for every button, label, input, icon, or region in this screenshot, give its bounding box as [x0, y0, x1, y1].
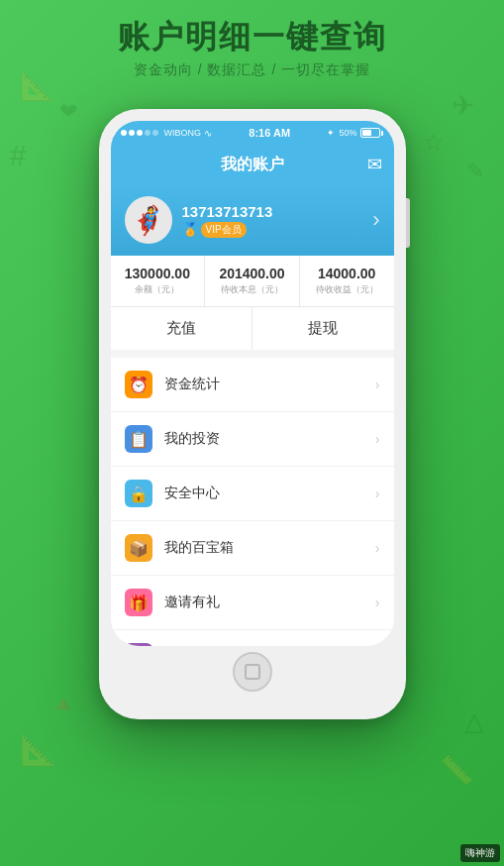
menu-item-fund-stats[interactable]: ⏰ 资金统计 › [111, 358, 394, 412]
signal-dot-1 [121, 130, 127, 136]
watermark-text: 嗨神游 [465, 847, 495, 858]
stat-income-amount: 14000.00 [304, 266, 390, 281]
battery-pct: 50% [339, 128, 356, 138]
phone-mockup: WIBONG ∿ 8:16 AM ✦ 50% 我的账户 [99, 109, 406, 719]
invite-label: 邀请有礼 [164, 594, 375, 611]
fund-stats-icon: ⏰ [125, 371, 152, 398]
stat-pending-principal: 201400.00 待收本息（元） [205, 256, 300, 306]
carrier-label: WIBONG [164, 128, 202, 138]
battery-body [360, 128, 380, 138]
user-header[interactable]: 🦸 13713713713 🏅 VIP会员 › [111, 184, 394, 256]
stat-balance-label: 余额（元） [115, 283, 201, 296]
menu-item-security[interactable]: 🔒 安全中心 › [111, 467, 394, 521]
my-investment-icon: 📋 [125, 425, 152, 453]
menu-item-invite[interactable]: 🎁 邀请有礼 › [111, 576, 394, 630]
battery-tip [381, 131, 383, 136]
invite-icon: 🎁 [125, 589, 152, 616]
stat-pending-label: 待收本息（元） [209, 283, 295, 296]
signal-dot-2 [129, 130, 135, 136]
home-button[interactable] [233, 652, 272, 692]
watermark: 嗨神游 [460, 844, 500, 862]
signal-dot-4 [145, 130, 151, 136]
security-icon: 🔒 [125, 480, 152, 507]
status-time: 8:16 AM [249, 127, 290, 139]
treasure-box-label: 我的百宝箱 [164, 539, 375, 557]
fund-stats-chevron: › [375, 377, 380, 392]
customer-service-icon: 🎧 [125, 643, 152, 646]
security-chevron: › [375, 486, 380, 501]
battery-indicator [360, 128, 383, 138]
menu-item-my-investment[interactable]: 📋 我的投资 › [111, 412, 394, 467]
nav-bar: 我的账户 ✉ [111, 145, 394, 184]
my-investment-chevron: › [375, 431, 380, 447]
menu-item-customer-service[interactable]: 🎧 联系客服 › [111, 630, 394, 646]
signal-dot-5 [152, 130, 158, 136]
wifi-icon: ∿ [204, 128, 212, 139]
menu-item-treasure-box[interactable]: 📦 我的百宝箱 › [111, 521, 394, 576]
avatar: 🦸 [125, 196, 172, 244]
vip-badge: VIP会员 [201, 222, 247, 238]
fund-stats-label: 资金统计 [164, 376, 375, 393]
treasure-box-icon: 📦 [125, 534, 152, 562]
recharge-button[interactable]: 充值 [111, 307, 253, 350]
user-phone: 13713713713 [182, 203, 273, 220]
stat-balance: 130000.00 余额（元） [111, 256, 206, 306]
nav-title: 我的账户 [221, 155, 284, 175]
battery-fill [362, 130, 371, 136]
invite-chevron: › [375, 595, 380, 610]
phone-shell: WIBONG ∿ 8:16 AM ✦ 50% 我的账户 [99, 109, 406, 719]
status-bar: WIBONG ∿ 8:16 AM ✦ 50% [111, 121, 394, 145]
page-headline: 账户明细一键查询 [0, 18, 504, 55]
stat-pending-amount: 201400.00 [209, 266, 295, 281]
action-row: 充值 提现 [111, 307, 394, 350]
home-button-inner [245, 664, 260, 680]
mail-icon[interactable]: ✉ [367, 154, 382, 175]
stat-income-label: 待收收益（元） [304, 283, 390, 296]
avatar-emoji: 🦸 [131, 204, 165, 237]
user-info: 13713713713 🏅 VIP会员 [182, 203, 273, 238]
withdraw-button[interactable]: 提现 [252, 307, 394, 350]
signal-dot-3 [137, 130, 143, 136]
user-left: 🦸 13713713713 🏅 VIP会员 [125, 196, 273, 244]
stat-pending-income: 14000.00 待收收益（元） [300, 256, 394, 306]
status-right: ✦ 50% [327, 128, 383, 138]
phone-screen: WIBONG ∿ 8:16 AM ✦ 50% 我的账户 [111, 121, 394, 646]
my-investment-label: 我的投资 [164, 430, 375, 448]
user-chevron-icon: › [372, 207, 379, 233]
security-label: 安全中心 [164, 485, 375, 502]
user-vip-row: 🏅 VIP会员 [182, 222, 273, 238]
bluetooth-icon: ✦ [327, 128, 335, 138]
menu-list: ⏰ 资金统计 › 📋 我的投资 › 🔒 安全中心 [111, 358, 394, 646]
signal-dots [121, 130, 158, 136]
page-subheadline: 资金动向 / 数据汇总 / 一切尽在掌握 [0, 61, 504, 79]
top-section: 账户明细一键查询 资金动向 / 数据汇总 / 一切尽在掌握 [0, 18, 504, 79]
stat-balance-amount: 130000.00 [115, 266, 201, 281]
stats-row: 130000.00 余额（元） 201400.00 待收本息（元） 14000.… [111, 256, 394, 307]
status-left: WIBONG ∿ [121, 128, 213, 139]
treasure-box-chevron: › [375, 540, 380, 556]
